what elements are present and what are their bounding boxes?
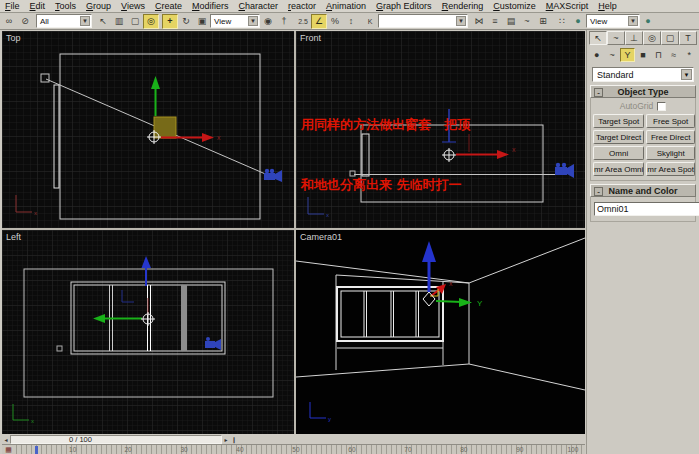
chevron-down-icon[interactable]: ▼: [456, 16, 466, 26]
select-manipulate-icon[interactable]: †: [276, 14, 292, 29]
named-selection-sets-dropdown[interactable]: ▼: [378, 14, 468, 28]
select-rotate-icon[interactable]: ↻: [178, 14, 194, 29]
viewport-front[interactable]: Front 用同样的方法做出窗套 把顶 和地也分离出来 先临时打一 个泛光灯和摄…: [296, 31, 585, 228]
mirror-icon[interactable]: ⋈: [471, 14, 487, 29]
cameras-category-icon[interactable]: ■: [635, 48, 650, 62]
spacewarps-category-icon[interactable]: ≈: [666, 48, 681, 62]
next-frame-icon[interactable]: ▸: [222, 435, 230, 444]
chevron-down-icon[interactable]: ▼: [80, 16, 90, 26]
unlink-selection-icon[interactable]: ⊘: [17, 14, 33, 29]
curve-editor-icon[interactable]: ~: [519, 14, 535, 29]
select-object-icon[interactable]: ↖: [95, 14, 111, 29]
track-bar[interactable]: ▦ 10 20 30 40 50 60 70 80 90 100: [2, 444, 585, 454]
light-type-dropdown[interactable]: Standard ▼: [592, 67, 694, 82]
render-scene-icon[interactable]: ●: [570, 14, 586, 29]
target-spot-button[interactable]: Target Spot: [593, 114, 644, 128]
free-spot-button[interactable]: Free Spot: [646, 114, 695, 128]
viewport-area: Top: [2, 31, 585, 434]
menu-group[interactable]: Group: [81, 0, 116, 12]
angle-snap-icon[interactable]: ∠: [311, 14, 327, 29]
display-tab[interactable]: ▢: [661, 31, 679, 45]
shapes-category-icon[interactable]: ~: [604, 48, 619, 62]
menu-views[interactable]: Views: [116, 0, 150, 12]
select-region-icon[interactable]: ▢: [127, 14, 143, 29]
viewport-camera01[interactable]: Camera01: [296, 230, 585, 434]
mr-area-spot-button[interactable]: mr Area Spot: [646, 162, 695, 176]
viewport-front-label[interactable]: Front: [300, 33, 321, 43]
chevron-down-icon[interactable]: ▼: [248, 16, 258, 26]
current-frame-marker[interactable]: [35, 446, 38, 454]
viewport-left-label[interactable]: Left: [6, 232, 21, 242]
menu-create[interactable]: Create: [150, 0, 187, 12]
viewport-left[interactable]: Left: [2, 230, 294, 434]
collapse-icon[interactable]: -: [594, 88, 603, 97]
left-viewport-canvas[interactable]: x: [2, 230, 294, 434]
menu-maxscript[interactable]: MAXScript: [541, 0, 594, 12]
trackbar-filter-icon[interactable]: ▦: [3, 446, 14, 454]
helpers-category-icon[interactable]: ⊓: [651, 48, 666, 62]
viewport-top[interactable]: Top: [2, 31, 294, 228]
select-and-link-icon[interactable]: ∞: [1, 14, 17, 29]
gizmo-y-axis[interactable]: [436, 301, 462, 302]
time-slider-handle[interactable]: 0 / 100: [69, 436, 92, 444]
menu-file[interactable]: File: [0, 0, 25, 12]
menu-rendering[interactable]: Rendering: [437, 0, 489, 12]
selected-object-box[interactable]: [154, 117, 176, 138]
snap-toggle-icon[interactable]: 2.5: [295, 14, 311, 29]
time-slider-track[interactable]: 0 / 100: [10, 435, 222, 444]
menu-reactor[interactable]: reactor: [283, 0, 321, 12]
keyboard-override-icon[interactable]: K: [362, 14, 378, 29]
pivot-center-icon[interactable]: ◉: [260, 14, 276, 29]
mr-area-omni-button[interactable]: mr Area Omni: [593, 162, 644, 176]
align-icon[interactable]: ≡: [487, 14, 503, 29]
layer-manager-icon[interactable]: ▤: [503, 14, 519, 29]
top-viewport-canvas[interactable]: x x: [2, 31, 294, 228]
modify-tab[interactable]: ~: [607, 31, 625, 45]
select-move-icon[interactable]: +: [162, 14, 178, 29]
omni-button[interactable]: Omni: [593, 146, 644, 160]
collapse-icon[interactable]: -: [594, 187, 603, 196]
key-mode-icon[interactable]: ❙: [230, 435, 238, 444]
menu-animation[interactable]: Animation: [321, 0, 371, 12]
menu-edit[interactable]: Edit: [25, 0, 51, 12]
object-type-rollout-header[interactable]: - Object Type: [590, 85, 696, 98]
hierarchy-tab[interactable]: ⊥: [625, 31, 643, 45]
utilities-tab[interactable]: T: [679, 31, 697, 45]
menu-tools[interactable]: Tools: [50, 0, 81, 12]
spinner-snap-icon[interactable]: ↕: [343, 14, 359, 29]
chevron-down-icon[interactable]: ▼: [628, 16, 638, 26]
camera-viewport-canvas[interactable]: x Y y: [296, 230, 585, 434]
viewport-top-label[interactable]: Top: [6, 33, 21, 43]
reference-coordinate-dropdown[interactable]: View ▼: [210, 14, 260, 28]
lights-category-icon[interactable]: Y: [620, 48, 635, 62]
create-tab[interactable]: ↖: [589, 31, 607, 45]
geometry-category-icon[interactable]: ●: [589, 48, 604, 62]
skylight-button[interactable]: Skylight: [646, 146, 695, 160]
render-type-dropdown[interactable]: View ▼: [586, 14, 640, 28]
schematic-view-icon[interactable]: ⊞: [535, 14, 551, 29]
percent-snap-icon[interactable]: %: [327, 14, 343, 29]
quick-render-icon[interactable]: ●: [640, 14, 656, 29]
select-by-name-icon[interactable]: ▥: [111, 14, 127, 29]
select-scale-icon[interactable]: ▣: [194, 14, 210, 29]
chevron-down-icon[interactable]: ▼: [681, 69, 692, 80]
motion-tab[interactable]: ◎: [643, 31, 661, 45]
selection-filter-dropdown[interactable]: All ▼: [36, 14, 92, 28]
annotation-line-2: 和地也分离出来 先临时打一: [301, 175, 470, 195]
target-direct-button[interactable]: Target Direct: [593, 130, 644, 144]
systems-category-icon[interactable]: *: [682, 48, 697, 62]
window-crossing-icon[interactable]: ◎: [143, 14, 159, 29]
material-editor-icon[interactable]: ∷: [554, 14, 570, 29]
free-direct-button[interactable]: Free Direct: [646, 130, 695, 144]
menu-modifiers[interactable]: Modifiers: [187, 0, 234, 12]
autogrid-checkbox[interactable]: [657, 102, 666, 111]
prev-frame-icon[interactable]: ◂: [2, 435, 10, 444]
menu-graph-editors[interactable]: Graph Editors: [371, 0, 437, 12]
frame-tick-label: 50: [292, 446, 299, 453]
name-and-color-rollout-header[interactable]: - Name and Color: [590, 184, 696, 197]
viewport-camera01-label[interactable]: Camera01: [300, 232, 342, 242]
object-name-input[interactable]: [594, 202, 699, 216]
menu-character[interactable]: Character: [233, 0, 283, 12]
menu-customize[interactable]: Customize: [488, 0, 541, 12]
menu-help[interactable]: Help: [593, 0, 622, 12]
